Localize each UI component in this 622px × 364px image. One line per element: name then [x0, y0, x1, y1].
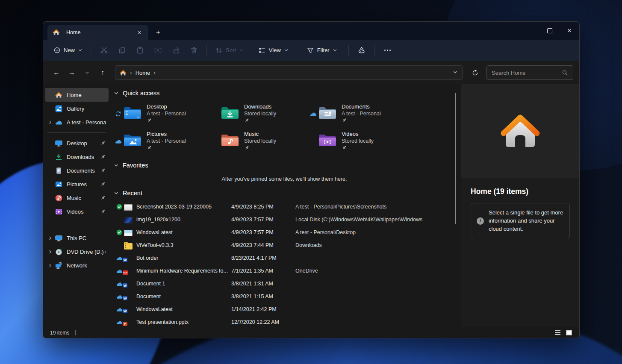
filter-button-label: Filter: [317, 47, 330, 53]
section-label: Quick access: [123, 90, 159, 97]
sidebar-item-this-pc[interactable]: This PC: [45, 231, 109, 245]
cut-button[interactable]: [95, 43, 113, 58]
view-button[interactable]: View: [254, 43, 293, 58]
chevron-right-icon[interactable]: [47, 263, 53, 268]
back-button[interactable]: ←: [49, 66, 64, 79]
vertical-scrollbar[interactable]: [455, 93, 456, 224]
recent-header[interactable]: Recent: [114, 190, 455, 197]
recent-file-row[interactable]: ViVeTool-v0.3.3 4/9/2023 7:44 PM Downloa…: [114, 239, 455, 252]
pictures-folder-icon: [123, 132, 142, 148]
sidebar-item-dvd-drive[interactable]: DVD Drive (D:) CCC: [45, 245, 109, 258]
sort-button[interactable]: Sort: [211, 43, 248, 58]
thumbnails-view-button[interactable]: [565, 329, 572, 336]
sidebar-item-music[interactable]: Music: [45, 191, 109, 205]
up-button[interactable]: ↑: [95, 66, 110, 79]
sidebar-item-documents[interactable]: Documents: [45, 164, 109, 177]
tile-desktop[interactable]: Desktop A test - Personal: [115, 102, 212, 126]
recent-locations-button[interactable]: [80, 66, 94, 79]
new-button[interactable]: New: [49, 43, 87, 58]
tile-name: Videos: [342, 131, 374, 137]
refresh-button[interactable]: [468, 66, 482, 79]
sidebar-item-onedrive[interactable]: A test - Personal: [45, 115, 109, 129]
copy-button[interactable]: [113, 43, 131, 58]
tile-downloads[interactable]: Downloads Stored locally: [212, 102, 310, 126]
recent-file-row[interactable]: W Document 1 3/8/2021 1:31 AM: [114, 277, 455, 290]
recent-file-row[interactable]: Screenshot 2023-03-19 220005 4/9/2023 8:…: [114, 200, 455, 213]
recent-file-row[interactable]: PDF Minimum Hardware Requirements fo... …: [114, 264, 455, 277]
chevron-down-icon: [114, 163, 119, 168]
sidebar-item-label: Downloads: [67, 154, 94, 160]
tab-title: Home: [66, 29, 80, 35]
sidebar-item-network[interactable]: Network: [45, 258, 109, 272]
view-button-label: View: [269, 47, 281, 53]
favorites-header[interactable]: Favorites: [114, 162, 455, 169]
pin-icon: [342, 145, 347, 150]
sidebar-item-label: Network: [67, 262, 87, 269]
delete-button[interactable]: [185, 43, 203, 58]
recent-file-row[interactable]: P Test presentation.pptx 12/7/2020 12:22…: [114, 316, 455, 327]
file-explorer-window: Home × + × New Sort View: [43, 21, 580, 338]
chevron-right-icon[interactable]: [47, 236, 53, 241]
recent-file-row[interactable]: WindowsLatest 4/9/2023 7:57 PM A test - …: [114, 226, 455, 239]
image-thumbnail-icon: [124, 203, 136, 211]
refresh-icon: [472, 69, 479, 76]
tile-videos[interactable]: Videos Stored locally: [310, 129, 407, 153]
home-icon: [499, 112, 542, 151]
tile-pictures[interactable]: Pictures A test - Personal: [115, 129, 212, 153]
sidebar-item-pictures[interactable]: Pictures: [45, 177, 109, 191]
sidebar-item-home[interactable]: Home: [45, 88, 109, 102]
sidebar-item-label: DVD Drive (D:) CCC: [67, 249, 106, 255]
new-tab-button[interactable]: +: [152, 26, 165, 38]
filter-button[interactable]: Filter: [302, 43, 342, 58]
sidebar-item-downloads[interactable]: Downloads: [45, 150, 109, 164]
tab-strip: Home × + ×: [43, 22, 579, 40]
image-thumbnail-icon: [124, 229, 136, 236]
recent-file-row[interactable]: img19_1920x1200 4/9/2023 7:57 PM Local D…: [114, 213, 455, 226]
dvd-drive-icon: [55, 248, 62, 255]
desktop-folder-icon: [123, 105, 142, 121]
close-button[interactable]: ×: [560, 22, 579, 40]
minimize-button[interactable]: [520, 22, 540, 40]
music-icon: [55, 194, 62, 202]
tile-music[interactable]: Music Stored locally: [212, 129, 310, 153]
breadcrumb[interactable]: › Home ›: [115, 65, 463, 80]
tab-home[interactable]: Home ×: [47, 25, 148, 40]
pin-icon: [100, 154, 106, 160]
sidebar-item-gallery[interactable]: Gallery: [45, 102, 109, 115]
pizza-button[interactable]: [353, 43, 371, 58]
forward-button[interactable]: →: [65, 66, 79, 79]
details-info-box: i Select a single file to get more infor…: [471, 203, 570, 239]
details-view-icon: [555, 330, 560, 335]
sidebar-item-label: Videos: [67, 208, 84, 215]
search-input[interactable]: Search Home: [486, 65, 573, 80]
maximize-button[interactable]: [540, 22, 560, 40]
sidebar-item-desktop[interactable]: Desktop: [45, 136, 109, 150]
details-view-button[interactable]: [554, 329, 561, 336]
paste-button[interactable]: [131, 43, 149, 58]
chevron-down-icon: [85, 70, 90, 75]
tile-name: Documents: [342, 103, 381, 110]
pin-icon: [244, 145, 250, 150]
address-dropdown-icon[interactable]: [453, 70, 458, 76]
home-icon: [53, 29, 60, 36]
share-button[interactable]: [167, 43, 185, 58]
cloud-status-icon: [115, 129, 122, 153]
recent-file-row[interactable]: W WindowsLatest 1/14/2021 2:42 PM: [114, 303, 455, 316]
recent-file-row[interactable]: W Bot order 8/23/2021 4:17 PM: [114, 252, 455, 264]
toolbar-divider: [348, 45, 349, 56]
rename-button[interactable]: [149, 43, 167, 58]
quick-access-header[interactable]: Quick access: [114, 90, 455, 97]
sort-button-label: Sort: [226, 47, 236, 53]
chevron-right-icon[interactable]: [47, 120, 53, 125]
tile-subtitle: A test - Personal: [147, 138, 186, 144]
breadcrumb-item-home[interactable]: Home: [136, 70, 150, 76]
tile-documents[interactable]: Documents A test - Personal: [310, 102, 407, 126]
sidebar-item-videos[interactable]: Videos: [45, 205, 109, 218]
chevron-right-icon[interactable]: [47, 250, 53, 254]
image-thumbnail-icon: [124, 216, 136, 223]
see-more-button[interactable]: [379, 43, 397, 58]
tab-close-icon[interactable]: ×: [135, 28, 144, 37]
favorites-empty-message: After you've pinned some files, we'll sh…: [114, 176, 455, 182]
cloud-status-icon: [310, 102, 317, 126]
recent-file-row[interactable]: W Document 3/8/2021 1:15 AM: [114, 290, 455, 303]
